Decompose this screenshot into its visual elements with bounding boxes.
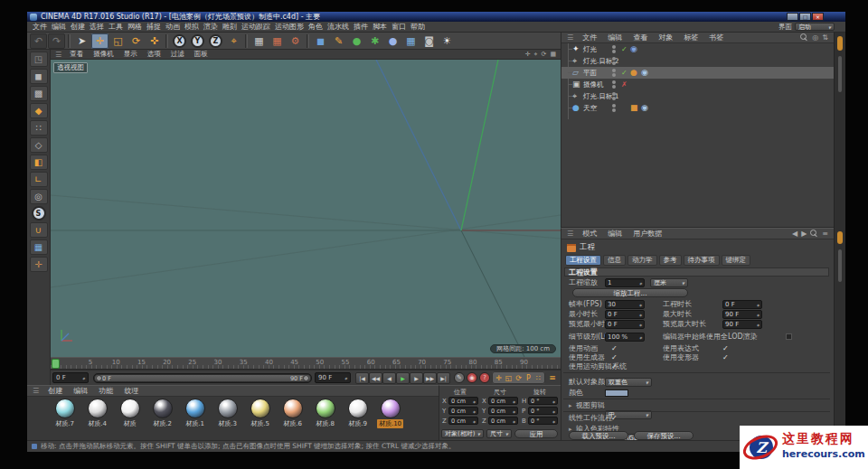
field-input[interactable]: 0 F bbox=[605, 320, 645, 329]
lod-checkbox[interactable] bbox=[786, 333, 792, 340]
record-parameter-toggle[interactable]: P bbox=[524, 372, 533, 383]
panel-menu-icon[interactable]: ☰ bbox=[567, 230, 573, 238]
attribute-menu-item[interactable]: 模式 bbox=[580, 229, 599, 239]
object-row[interactable]: ▣摄像机✗ bbox=[561, 79, 834, 90]
menubar-item[interactable]: 模拟 bbox=[183, 22, 201, 32]
object-row[interactable]: ●天空■◉ bbox=[561, 102, 834, 114]
next-frame-button[interactable]: ▶ bbox=[410, 372, 423, 384]
size-mode-dropdown[interactable]: 尺寸 bbox=[486, 429, 512, 438]
texture-mode-button[interactable]: ▩ bbox=[30, 86, 48, 101]
field-input[interactable]: 0 F bbox=[722, 300, 762, 309]
menubar-item[interactable]: 流水线 bbox=[326, 22, 351, 32]
locked-workplane-button[interactable]: ✛ bbox=[30, 257, 48, 272]
record-active-objects-button[interactable]: ✎ bbox=[454, 372, 465, 383]
attribute-tab[interactable]: 参考 bbox=[659, 255, 682, 266]
editor-visibility-dot[interactable] bbox=[612, 104, 616, 108]
render-visibility-dot[interactable] bbox=[612, 108, 616, 112]
material-item[interactable]: 材质.6 bbox=[278, 399, 307, 428]
expand-triangle-icon[interactable]: ▸ bbox=[569, 402, 572, 409]
light-button[interactable]: ☀ bbox=[439, 33, 456, 49]
coordinate-input[interactable]: 0 ° bbox=[528, 407, 558, 415]
material-menu-item[interactable]: 纹理 bbox=[122, 386, 140, 396]
model-mode-button[interactable]: ◼ bbox=[30, 69, 48, 84]
enable-snap-button[interactable]: ∪ bbox=[30, 222, 48, 238]
goto-start-button[interactable]: |◀ bbox=[355, 372, 369, 384]
coordinate-system-button[interactable]: ⌖ bbox=[225, 33, 242, 49]
previous-key-button[interactable]: ◀◀ bbox=[369, 372, 382, 384]
record-rotation-toggle[interactable]: ⟳ bbox=[514, 372, 524, 383]
camera-button[interactable]: ◙ bbox=[420, 33, 438, 49]
layer-dots[interactable] bbox=[612, 57, 617, 66]
checkmark[interactable]: ✓ bbox=[722, 353, 729, 362]
make-editable-button[interactable]: ◳ bbox=[30, 52, 48, 67]
viewport-pan-icon[interactable]: ✛ bbox=[525, 51, 531, 58]
menubar-item[interactable]: 运动图形 bbox=[273, 22, 306, 32]
editor-visibility-dot[interactable] bbox=[612, 45, 616, 49]
minimize-button[interactable]: _ bbox=[787, 13, 798, 21]
render-settings-button[interactable]: ⚙ bbox=[287, 33, 304, 49]
object-row[interactable]: ⌖灯光.目标.1 bbox=[561, 90, 834, 102]
coordinate-input[interactable]: 0 cm bbox=[448, 397, 478, 405]
checkmark[interactable]: ✓ bbox=[722, 344, 729, 353]
coordinate-input[interactable]: 0 cm bbox=[488, 397, 518, 405]
snap-settings-button[interactable]: S bbox=[32, 206, 46, 220]
spinner-icon[interactable] bbox=[639, 300, 642, 310]
menubar-item[interactable]: 动画 bbox=[164, 22, 182, 32]
deformer-button[interactable]: ● bbox=[384, 33, 401, 49]
spinner-icon[interactable] bbox=[639, 333, 642, 342]
material-item[interactable]: 材质.4 bbox=[83, 399, 111, 428]
color-swatch[interactable] bbox=[605, 389, 628, 397]
spinner-icon[interactable] bbox=[639, 278, 642, 288]
coordinate-input[interactable]: 0 cm bbox=[488, 407, 518, 415]
menubar-item[interactable]: 渲染 bbox=[202, 22, 220, 32]
scrollbar-thumb[interactable] bbox=[837, 231, 843, 244]
close-button[interactable]: × bbox=[812, 13, 824, 21]
viewport-rotate-icon[interactable]: ⟳ bbox=[542, 51, 547, 58]
linear-workflow-check[interactable]: ✓ bbox=[611, 414, 618, 423]
primitive-cube-button[interactable]: ◼ bbox=[312, 33, 329, 49]
texture-tag[interactable]: ◉ bbox=[641, 67, 648, 79]
spinner-icon[interactable] bbox=[473, 398, 476, 405]
field-input[interactable]: 30 bbox=[605, 300, 645, 309]
menubar-item[interactable]: 脚本 bbox=[371, 22, 389, 32]
attribute-tab[interactable]: 工程设置 bbox=[565, 255, 601, 266]
object-row[interactable]: ▱平面✓●◉ bbox=[561, 67, 834, 79]
maximize-button[interactable]: □ bbox=[799, 13, 811, 21]
search-icon[interactable] bbox=[800, 33, 808, 42]
layer-dots[interactable] bbox=[612, 80, 617, 89]
menubar-item[interactable]: 编辑 bbox=[50, 22, 68, 32]
workplane-mode-button[interactable]: ◆ bbox=[30, 103, 48, 118]
render-visibility-dot[interactable] bbox=[612, 85, 616, 89]
render-visibility-dot[interactable] bbox=[612, 61, 616, 65]
scrollbar-thumb[interactable] bbox=[838, 56, 842, 92]
material-item[interactable]: 材质.3 bbox=[213, 399, 241, 428]
field-input[interactable]: 0 F bbox=[605, 310, 645, 319]
history-back-icon[interactable]: ◀ bbox=[792, 230, 797, 238]
enable-state-icon[interactable]: ✓ bbox=[621, 43, 627, 55]
viewport-solo-button[interactable]: ◎ bbox=[30, 189, 48, 204]
viewport-toggle-icon[interactable]: ▦ bbox=[550, 51, 556, 58]
default-color-dropdown[interactable]: 双重色 bbox=[605, 378, 652, 387]
target-tag[interactable]: ◉ bbox=[630, 43, 637, 55]
preview-range-bar[interactable]: 0 F 90 F bbox=[95, 375, 310, 381]
next-key-button[interactable]: ▶▶ bbox=[423, 372, 437, 384]
viewport-menu-item[interactable]: 摄像机 bbox=[91, 50, 116, 59]
environment-button[interactable]: ▦ bbox=[402, 33, 420, 49]
viewport-canvas[interactable]: 透视视图 网格间距: 100 cm bbox=[51, 60, 561, 357]
menubar-item[interactable]: 运动跟踪 bbox=[240, 22, 272, 32]
spinner-icon[interactable] bbox=[513, 417, 515, 425]
search-icon[interactable] bbox=[810, 230, 818, 238]
material-menu-item[interactable]: 编辑 bbox=[71, 386, 90, 396]
section-header[interactable]: 工程设置 bbox=[564, 267, 829, 277]
checkmark[interactable]: ✓ bbox=[611, 362, 618, 371]
viewport-menu-item[interactable]: 过滤 bbox=[169, 50, 186, 59]
modeling-tools-button[interactable]: ✱ bbox=[366, 33, 383, 49]
save-preset-button[interactable]: 保存预设... bbox=[634, 431, 693, 440]
material-item[interactable]: 材质.1 bbox=[181, 399, 209, 428]
material-item[interactable]: 材质.2 bbox=[148, 399, 176, 428]
viewport-menu-item[interactable]: 面板 bbox=[193, 50, 210, 59]
compositing-tag[interactable]: ■ bbox=[630, 102, 638, 114]
spinner-icon[interactable] bbox=[552, 398, 555, 405]
rotate-tool[interactable]: ⟳ bbox=[127, 33, 145, 49]
previous-frame-button[interactable]: ◀ bbox=[382, 372, 396, 384]
